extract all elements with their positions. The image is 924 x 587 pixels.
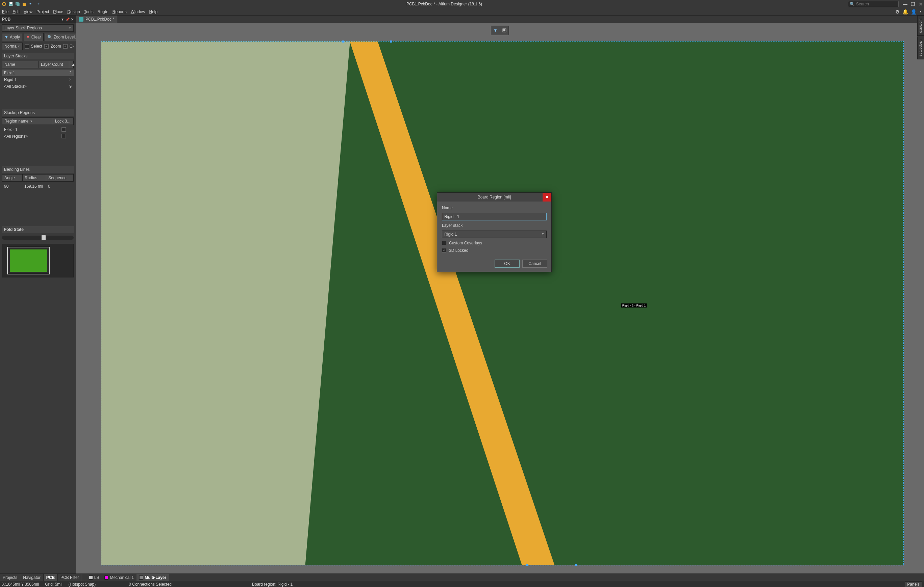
menu-design[interactable]: Design <box>67 10 80 14</box>
svg-point-0 <box>2 2 6 6</box>
pcb-filter-tab[interactable]: PCB Filter <box>58 574 82 581</box>
th-lock[interactable]: Lock 3... <box>53 118 73 125</box>
save-icon[interactable] <box>8 2 13 7</box>
fold-slider[interactable] <box>2 236 74 240</box>
layer-stack-select[interactable]: Rigid 1 ▼ <box>442 230 547 238</box>
th-count[interactable]: Layer Count <box>39 61 69 68</box>
ok-button[interactable]: OK <box>495 260 520 268</box>
menu-window[interactable]: Window <box>131 10 145 14</box>
cancel-button[interactable]: Cancel <box>522 260 547 268</box>
board-region-left[interactable] <box>101 41 350 565</box>
table-row[interactable]: Rigid 1 2 <box>2 76 74 83</box>
table-row[interactable]: <All Stacks> 9 <box>2 83 74 90</box>
projects-tab[interactable]: Projects <box>0 574 20 581</box>
filter-view-button[interactable]: ▼ <box>491 26 500 35</box>
table-row[interactable]: Flex 1 2 <box>2 69 74 76</box>
clear-filter-icon: ▼ <box>26 35 30 39</box>
table-row[interactable]: 90 159.16 mil 0 <box>2 183 74 190</box>
3d-locked-checkbox[interactable] <box>442 248 446 253</box>
view-toolbar: ▼ <box>491 26 509 35</box>
document-tab-label: PCB1.PcbDoc * <box>86 17 114 21</box>
funnel-icon: ▼ <box>493 28 498 33</box>
table-row[interactable]: Flex - 1 <box>2 126 74 133</box>
bell-icon[interactable]: 🔔 <box>903 9 908 15</box>
search-input[interactable] <box>856 2 897 7</box>
zoom-checkbox[interactable] <box>44 44 49 49</box>
panel-header: PCB ▼ 📌 ✕ <box>0 15 76 23</box>
layer-stack-label: Layer stack <box>442 223 547 228</box>
maximize-icon[interactable]: ❐ <box>911 2 915 7</box>
apply-button[interactable]: ▼ Apply <box>2 33 22 41</box>
th-sort-icon[interactable]: ▲ <box>69 61 73 68</box>
normal-dropdown[interactable]: Normal ▼ <box>2 43 23 50</box>
lock-checkbox[interactable] <box>61 127 66 132</box>
layer-multilayer[interactable]: Multi-Layer <box>137 574 169 581</box>
menu-file[interactable]: File <box>2 10 8 14</box>
menu-route[interactable]: Route <box>97 10 109 14</box>
clear-checkbox[interactable] <box>63 44 68 49</box>
zoom-level-button[interactable]: 🔍 Zoom Level... <box>45 33 76 41</box>
th-angle[interactable]: Angle <box>2 174 23 181</box>
pcb-tab[interactable]: PCB <box>44 574 58 581</box>
properties-tab[interactable]: Properties <box>917 36 924 59</box>
mode-dropdown[interactable]: Layer Stack Regions ▼ <box>2 24 74 32</box>
chip-view-button[interactable] <box>500 26 509 35</box>
stackup-regions-label: Stackup Regions <box>2 109 74 116</box>
open-icon[interactable] <box>21 2 27 7</box>
zoom-label: Zoom <box>51 44 61 49</box>
name-input[interactable] <box>442 213 547 220</box>
minimize-icon[interactable]: — <box>903 2 908 7</box>
stackup-regions-table: Flex - 1 <All regions> <box>2 126 74 163</box>
status-region: Board region: Rigid - 1 <box>252 582 292 587</box>
menu-edit[interactable]: Edit <box>13 10 20 14</box>
panel-dropdown-icon[interactable]: ▼ <box>61 18 64 21</box>
menu-place[interactable]: Place <box>53 10 63 14</box>
layer-ls[interactable]: LS <box>86 574 102 581</box>
undo-icon[interactable] <box>28 2 34 7</box>
selection-handle[interactable] <box>575 564 577 566</box>
gear-icon[interactable]: ⚙ <box>895 9 900 15</box>
close-icon[interactable]: ✕ <box>919 2 922 7</box>
redo-icon[interactable] <box>35 2 41 7</box>
layer-stacks-table: Flex 1 2 Rigid 1 2 <All Stacks> 9 <box>2 69 74 107</box>
table-row[interactable]: <All regions> <box>2 133 74 140</box>
panel-close-icon[interactable]: ✕ <box>71 18 74 21</box>
slider-thumb[interactable] <box>41 235 46 240</box>
panel-pin-icon[interactable]: 📌 <box>66 18 69 21</box>
th-region-name[interactable]: Region name▼ <box>2 118 53 125</box>
selection-handle[interactable] <box>526 564 528 566</box>
select-checkbox[interactable] <box>25 44 29 49</box>
selection-handle[interactable] <box>342 41 344 43</box>
menu-view[interactable]: View <box>24 10 33 14</box>
dialog-close-button[interactable]: ✕ <box>543 193 551 202</box>
th-name[interactable]: Name <box>2 61 39 68</box>
board-preview[interactable] <box>2 244 74 278</box>
clear-label: Cle <box>69 44 74 49</box>
menu-tools[interactable]: Tools <box>84 10 94 14</box>
selection-handle[interactable] <box>390 41 392 43</box>
menu-project[interactable]: Project <box>36 10 49 14</box>
search-box[interactable]: 🔍 <box>848 1 899 7</box>
panels-button[interactable]: Panels <box>905 581 922 587</box>
clear-button[interactable]: ▼ Clear <box>24 33 44 41</box>
status-grid: Grid: 5mil <box>45 582 62 587</box>
user-icon[interactable]: 👤 <box>911 9 917 15</box>
navigator-tab[interactable]: Navigator <box>20 574 43 581</box>
chevron-down-icon[interactable]: ▼ <box>919 10 922 13</box>
pcb-panel: PCB ▼ 📌 ✕ Layer Stack Regions ▼ ▼ Apply … <box>0 15 76 574</box>
board-outline[interactable]: Rigid - 2 - Rigid 1 <box>101 41 904 566</box>
libraries-tab[interactable]: Libraries <box>917 15 924 36</box>
th-sequence[interactable]: Sequence <box>46 174 73 181</box>
canvas[interactable]: ▼ Rigid - 2 - Rigid 1 Board Region [mil]… <box>76 23 924 574</box>
menu-reports[interactable]: Reports <box>112 10 127 14</box>
board-region-flex[interactable] <box>322 41 554 565</box>
menu-help[interactable]: Help <box>149 10 157 14</box>
th-radius[interactable]: Radius <box>23 174 46 181</box>
custom-coverlays-checkbox[interactable] <box>442 241 446 245</box>
svg-rect-4 <box>16 3 20 6</box>
layer-mechanical[interactable]: Mechanical 1 <box>102 574 137 581</box>
dialog-title-bar[interactable]: Board Region [mil] ✕ <box>437 193 551 202</box>
save-all-icon[interactable] <box>15 2 20 7</box>
lock-checkbox[interactable] <box>61 134 66 138</box>
document-tab[interactable]: PCB1.PcbDoc * <box>76 15 117 23</box>
